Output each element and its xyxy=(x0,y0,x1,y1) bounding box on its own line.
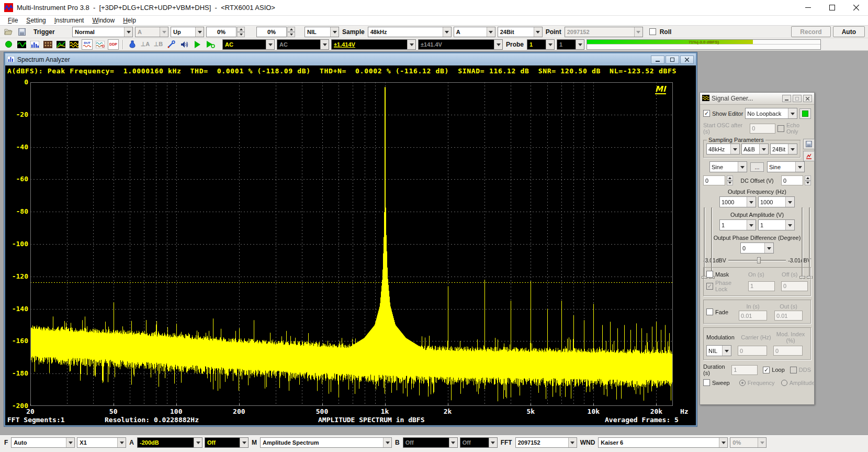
amplitude-a-select[interactable]: 1 xyxy=(719,219,756,230)
coupling-a-select[interactable]: AC xyxy=(222,39,275,50)
menu-file[interactable]: File xyxy=(4,16,21,25)
calibration-icon[interactable] xyxy=(127,39,138,50)
chevron-down-icon[interactable] xyxy=(788,108,797,118)
waveform-more-button[interactable]: ... xyxy=(750,162,764,172)
sound-device-icon[interactable] xyxy=(179,39,190,50)
derived-data-point-icon[interactable] xyxy=(95,39,106,50)
chevron-down-icon[interactable] xyxy=(487,27,495,37)
close-icon[interactable] xyxy=(680,56,694,64)
chevron-down-icon[interactable] xyxy=(330,27,339,37)
chevron-down-icon[interactable] xyxy=(764,243,773,253)
chevron-down-icon[interactable] xyxy=(785,197,794,207)
close-icon[interactable] xyxy=(844,0,868,15)
auto-button[interactable]: Auto xyxy=(833,26,865,37)
chevron-down-icon[interactable] xyxy=(785,220,794,230)
chevron-down-icon[interactable] xyxy=(407,40,415,49)
minimize-icon[interactable] xyxy=(782,95,791,102)
chevron-down-icon[interactable] xyxy=(124,27,132,37)
maximize-icon[interactable] xyxy=(820,0,844,15)
generator-channels-select[interactable]: A&B xyxy=(741,144,769,155)
slider-thumb[interactable] xyxy=(757,257,761,263)
chevron-down-icon[interactable] xyxy=(383,438,391,447)
save-file-icon[interactable] xyxy=(16,27,27,37)
spin-up-icon[interactable] xyxy=(727,175,733,181)
waveform-b-select[interactable]: Sine xyxy=(767,161,805,172)
minimize-icon[interactable] xyxy=(796,0,820,15)
fft-size-select[interactable]: 2097152 xyxy=(515,437,577,448)
chevron-down-icon[interactable] xyxy=(788,144,797,154)
chevron-down-icon[interactable] xyxy=(534,27,542,37)
sample-rate-select[interactable]: 48kHz xyxy=(368,27,452,37)
spin-down-icon[interactable] xyxy=(237,32,245,37)
trigger-level-spinner[interactable]: 0% xyxy=(206,27,245,37)
menu-instrument[interactable]: Instrument xyxy=(51,16,88,25)
loop-checkbox[interactable] xyxy=(763,367,770,373)
chevron-down-icon[interactable] xyxy=(568,438,577,447)
close-icon[interactable] xyxy=(803,95,812,102)
run-icon[interactable] xyxy=(192,39,203,50)
spectrum-3d-plot-icon[interactable] xyxy=(42,39,53,50)
range-a-display-select[interactable]: -200dB xyxy=(137,437,202,448)
spin-up-icon[interactable] xyxy=(805,175,811,181)
frequency-a-select[interactable]: 1000 xyxy=(719,196,756,207)
frequency-b-select[interactable]: 1000 xyxy=(758,196,795,207)
chevron-down-icon[interactable] xyxy=(117,438,126,447)
zoom-select[interactable]: X1 xyxy=(77,437,126,448)
chevron-down-icon[interactable] xyxy=(240,438,248,447)
sweep-checkbox[interactable] xyxy=(703,379,710,386)
chevron-down-icon[interactable] xyxy=(795,162,804,172)
probe-a-select[interactable]: 1 xyxy=(527,39,555,50)
spectrum-plot[interactable] xyxy=(30,82,673,406)
chevron-down-icon[interactable] xyxy=(719,438,727,447)
run-loop-icon[interactable] xyxy=(205,39,216,50)
chevron-down-icon[interactable] xyxy=(747,197,756,207)
roll-checkbox[interactable] xyxy=(649,28,656,35)
dc-offset-a-input[interactable]: 0 xyxy=(703,175,725,185)
spin-up-icon[interactable] xyxy=(237,27,245,32)
menu-window[interactable]: Window xyxy=(88,16,118,25)
minimize-icon[interactable] xyxy=(651,56,664,64)
menu-help[interactable]: Help xyxy=(119,16,140,25)
dc-offset-b-spinner[interactable] xyxy=(805,175,811,185)
generator-bits-select[interactable]: 24Bit xyxy=(770,144,797,155)
window-function-select[interactable]: Kaiser 6 xyxy=(598,437,728,448)
loopback-select[interactable]: No Loopback xyxy=(745,108,797,119)
chevron-down-icon[interactable] xyxy=(194,438,202,447)
save-signal-icon[interactable] xyxy=(803,139,815,149)
generator-sample-rate-select[interactable]: 48kHz xyxy=(706,144,740,155)
chevron-down-icon[interactable] xyxy=(195,27,204,37)
chevron-down-icon[interactable] xyxy=(747,220,756,230)
dc-offset-a-spinner[interactable] xyxy=(727,175,733,185)
balance-slider[interactable] xyxy=(728,257,786,264)
maximize-icon[interactable] xyxy=(666,56,679,64)
frequency-axis-select[interactable]: Auto xyxy=(11,437,75,448)
chevron-down-icon[interactable] xyxy=(443,27,451,37)
chevron-down-icon[interactable] xyxy=(759,144,768,154)
sample-channel-select[interactable]: A xyxy=(454,27,495,37)
chevron-down-icon[interactable] xyxy=(722,346,731,356)
spin-up-icon[interactable] xyxy=(287,27,295,32)
chevron-down-icon[interactable] xyxy=(266,40,274,49)
maximize-icon[interactable] xyxy=(793,95,802,102)
chevron-down-icon[interactable] xyxy=(730,144,739,154)
modulation-select[interactable]: NIL xyxy=(706,345,731,356)
fade-checkbox[interactable] xyxy=(706,308,713,315)
open-file-icon[interactable] xyxy=(3,27,14,37)
multimeter-icon[interactable] xyxy=(3,39,14,50)
device-test-plan-icon[interactable]: DUT xyxy=(82,39,93,50)
spectrum-analyzer-titlebar[interactable]: Spectrum Analyzer xyxy=(5,53,696,65)
signal-generator-titlebar[interactable]: Signal Gener... xyxy=(700,93,814,105)
amplitude-b-select[interactable]: 1 xyxy=(758,219,795,230)
sample-bits-select[interactable]: 24Bit xyxy=(498,27,543,37)
menu-setting[interactable]: Setting xyxy=(22,16,49,25)
ddp-viewer-icon[interactable]: DDP xyxy=(108,39,119,50)
chevron-down-icon[interactable] xyxy=(66,438,74,447)
range-a-select[interactable]: ±1.414V xyxy=(331,39,416,50)
mask-checkbox[interactable] xyxy=(706,271,713,278)
spin-down-icon[interactable] xyxy=(805,181,811,186)
trigger-hpf-select[interactable]: NIL xyxy=(305,27,339,37)
phase-difference-select[interactable]: 0 xyxy=(740,242,774,253)
data-logger-icon[interactable] xyxy=(55,39,66,50)
probe-calibration-icon[interactable] xyxy=(166,39,177,50)
roll-checkbox-row[interactable]: Roll xyxy=(649,28,673,36)
